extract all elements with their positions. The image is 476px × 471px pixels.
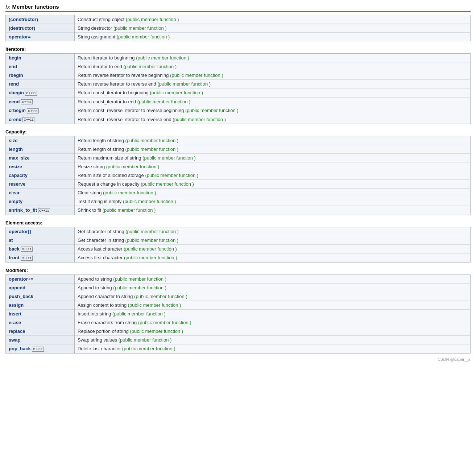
section-header-modifiers: Modifiers:	[5, 268, 471, 273]
function-name[interactable]: replace	[6, 327, 75, 335]
public-member-link[interactable]: (public member function )	[137, 99, 191, 104]
public-member-link[interactable]: (public member function )	[112, 311, 166, 317]
page-header: fx Member functions	[5, 4, 471, 12]
cpp11-badge: C++11	[25, 91, 37, 96]
function-name[interactable]: size	[6, 136, 75, 145]
public-member-link[interactable]: (public member function )	[130, 329, 183, 334]
function-name[interactable]: cendC++11	[6, 97, 75, 106]
public-member-link[interactable]: (public member function )	[136, 55, 189, 61]
function-name[interactable]: reserve	[6, 180, 75, 189]
function-name[interactable]: rend	[6, 80, 75, 88]
function-name[interactable]: shrink_to_fitC++11	[6, 206, 75, 215]
public-member-link[interactable]: (public member function )	[138, 320, 191, 325]
table-row: reserveRequest a change in capacity (pub…	[6, 180, 471, 189]
function-name[interactable]: (destructor)	[6, 24, 75, 33]
public-member-link[interactable]: (public member function )	[134, 294, 187, 299]
public-member-link[interactable]: (public member function )	[185, 108, 239, 113]
function-name[interactable]: append	[6, 283, 75, 292]
public-member-link[interactable]: (public member function )	[122, 346, 175, 351]
table-row: cendC++11Return const_iterator to end (p…	[6, 97, 471, 106]
public-member-link[interactable]: (public member function )	[106, 164, 160, 169]
function-name[interactable]: operator=	[6, 33, 75, 41]
table-row: insertInsert into string (public member …	[6, 309, 471, 318]
public-member-link[interactable]: (public member function )	[145, 173, 198, 178]
function-desc: Return reverse iterator to reverse end (…	[75, 80, 471, 88]
public-member-link[interactable]: (public member function )	[125, 146, 179, 152]
function-name[interactable]: operator[]	[6, 227, 75, 236]
public-member-link[interactable]: (public member function )	[142, 155, 196, 161]
public-member-link[interactable]: (public member function )	[125, 229, 179, 234]
function-desc: Swap string values (public member functi…	[75, 335, 471, 344]
table-row: crbeginC++11Return const_reverse_iterato…	[6, 106, 471, 115]
section-header-iterators: Iterators:	[5, 46, 471, 52]
function-name[interactable]: crbeginC++11	[6, 106, 75, 115]
public-member-link[interactable]: (public member function )	[113, 25, 167, 31]
function-name[interactable]: begin	[6, 54, 75, 62]
public-member-link[interactable]: (public member function )	[125, 138, 179, 143]
public-member-link[interactable]: (public member function )	[128, 302, 181, 308]
cpp11-badge: C++11	[21, 247, 33, 252]
function-name[interactable]: (constructor)	[6, 15, 75, 24]
function-name[interactable]: end	[6, 62, 75, 71]
function-desc: String destructor (public member functio…	[75, 24, 471, 33]
function-name[interactable]: frontC++11	[6, 253, 75, 263]
table-row: rendReturn reverse iterator to reverse e…	[6, 80, 471, 88]
table-iterators: beginReturn iterator to beginning (publi…	[5, 53, 471, 124]
public-member-link[interactable]: (public member function )	[103, 207, 156, 213]
public-member-link[interactable]: (public member function )	[173, 117, 226, 122]
public-member-link[interactable]: (public member function )	[124, 246, 177, 252]
public-member-link[interactable]: (public member function )	[117, 34, 170, 40]
public-member-link[interactable]: (public member function )	[170, 73, 223, 78]
function-desc: Get character in string (public member f…	[75, 236, 471, 244]
table-row: cbeginC++11Return const_iterator to begi…	[6, 88, 471, 98]
function-desc: Delete last character (public member fun…	[75, 344, 471, 353]
function-name[interactable]: operator+=	[6, 274, 75, 283]
function-name[interactable]: length	[6, 145, 75, 154]
function-desc: Erase characters from string (public mem…	[75, 318, 471, 327]
function-name[interactable]: at	[6, 236, 75, 244]
public-member-link[interactable]: (public member function )	[113, 285, 166, 290]
function-name[interactable]: erase	[6, 318, 75, 327]
function-name[interactable]: swap	[6, 335, 75, 344]
table-row: sizeReturn length of string (public memb…	[6, 136, 471, 145]
table-modifiers: operator+=Append to string (public membe…	[5, 274, 471, 354]
function-desc: Append to string (public member function…	[75, 283, 471, 292]
function-name[interactable]: resize	[6, 162, 75, 171]
public-member-link[interactable]: (public member function )	[125, 237, 179, 243]
function-desc: Assign content to string (public member …	[75, 301, 471, 309]
function-name[interactable]: cbeginC++11	[6, 88, 75, 98]
function-name[interactable]: push_back	[6, 292, 75, 301]
function-name[interactable]: max_size	[6, 154, 75, 162]
public-member-link[interactable]: (public member function )	[141, 181, 194, 187]
function-name[interactable]: assign	[6, 301, 75, 309]
table-row: endReturn iterator to end (public member…	[6, 62, 471, 71]
public-member-link[interactable]: (public member function )	[126, 17, 179, 22]
table-row: backC++11Access last character (public m…	[6, 244, 471, 253]
table-row: max_sizeReturn maximum size of string (p…	[6, 154, 471, 162]
table-row: (constructor)Construct string object (pu…	[6, 15, 471, 24]
table-row: emptyTest if string is empty (public mem…	[6, 197, 471, 206]
function-name[interactable]: empty	[6, 197, 75, 206]
public-member-link[interactable]: (public member function )	[123, 199, 176, 204]
table-row: pop_backC++11Delete last character (publ…	[6, 344, 471, 353]
function-name[interactable]: backC++11	[6, 244, 75, 253]
function-name[interactable]: pop_backC++11	[6, 344, 75, 353]
public-member-link[interactable]: (public member function )	[119, 337, 172, 343]
public-member-link[interactable]: (public member function )	[113, 276, 166, 282]
function-name[interactable]: clear	[6, 189, 75, 197]
cpp11-badge: C++11	[32, 347, 44, 352]
function-name[interactable]: rbegin	[6, 71, 75, 80]
table-row: rbeginReturn reverse iterator to reverse…	[6, 71, 471, 80]
function-name[interactable]: capacity	[6, 171, 75, 180]
section-header-capacity: Capacity:	[5, 129, 471, 135]
function-name[interactable]: insert	[6, 309, 75, 318]
public-member-link[interactable]: (public member function )	[103, 190, 156, 195]
function-desc: Return length of string (public member f…	[75, 136, 471, 145]
public-member-link[interactable]: (public member function )	[157, 81, 211, 87]
public-member-link[interactable]: (public member function )	[124, 255, 177, 260]
function-name[interactable]: crendC++11	[6, 115, 75, 124]
table-row: operator+=Append to string (public membe…	[6, 274, 471, 283]
public-member-link[interactable]: (public member function )	[123, 64, 177, 69]
public-member-link[interactable]: (public member function )	[150, 90, 203, 95]
function-desc: Insert into string (public member functi…	[75, 309, 471, 318]
